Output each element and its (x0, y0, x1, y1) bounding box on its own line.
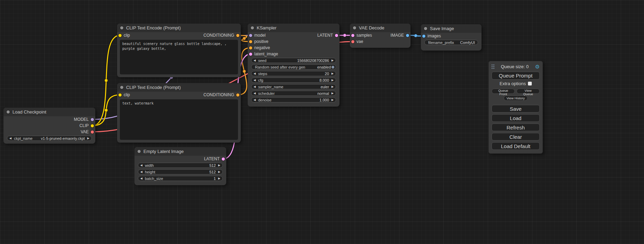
toggle-dot-icon[interactable] (332, 66, 334, 69)
widget-batch-size[interactable]: ◀ batch_size 1 ▶ (138, 176, 223, 181)
extra-options-label: Extra options (500, 81, 526, 86)
widget-width[interactable]: ◀ width 512 ▶ (138, 163, 223, 168)
view-queue-button[interactable]: View Queue (517, 89, 540, 94)
widget-random-seed-toggle[interactable]: Random seed after every gen enabled (251, 64, 336, 70)
drag-handle-icon[interactable] (492, 64, 494, 69)
queue-size-text: Queue size: (501, 64, 525, 69)
queue-panel: Queue size: 0 ⚙ Queue Prompt Extra optio… (488, 61, 543, 154)
widget-filename-prefix[interactable]: filename_prefix ComfyUI (424, 40, 478, 45)
node-clip-text-encode-negative[interactable]: CLIP Text Encode (Prompt) clip CONDITION… (117, 83, 241, 143)
collapse-dot-icon[interactable] (424, 27, 427, 30)
slot-row: latent_image (248, 51, 339, 57)
decrement-arrow-icon[interactable]: ◀ (254, 59, 256, 62)
decrement-arrow-icon[interactable]: ◀ (9, 137, 11, 140)
decrement-arrow-icon[interactable]: ◀ (254, 85, 256, 88)
widget-value: enabled (317, 65, 331, 69)
clear-button[interactable]: Clear (492, 133, 540, 141)
collapse-dot-icon[interactable] (7, 110, 10, 114)
clip-input-slot[interactable] (118, 34, 122, 37)
settings-gear-icon[interactable]: ⚙ (535, 64, 540, 69)
node-header[interactable]: VAE Decode (350, 24, 411, 32)
negative-prompt-textarea[interactable]: text, watermark (120, 99, 238, 140)
positive-prompt-textarea[interactable]: beautiful scenery nature glass bottle la… (120, 40, 238, 74)
increment-arrow-icon[interactable]: ▶ (218, 177, 220, 180)
node-header[interactable]: KSampler (248, 24, 339, 32)
queue-panel-header: Queue size: 0 ⚙ (492, 63, 540, 70)
decrement-arrow-icon[interactable]: ◀ (140, 164, 142, 167)
node-header[interactable]: Save Image (421, 24, 482, 33)
node-header[interactable]: CLIP Text Encode (Prompt) (117, 24, 241, 32)
node-empty-latent-image[interactable]: Empty Latent Image LATENT ◀ width 512 ▶ … (134, 147, 226, 185)
node-header[interactable]: Load Checkpoint (3, 108, 95, 116)
collapse-dot-icon[interactable] (138, 150, 141, 153)
widget-scheduler[interactable]: ◀ scheduler normal ▶ (251, 91, 336, 96)
increment-arrow-icon[interactable]: ▶ (332, 92, 334, 95)
widget-seed[interactable]: ◀ seed 156680208700286 ▶ (251, 58, 336, 63)
model-output-slot[interactable] (91, 118, 94, 121)
conditioning-output-label: CONDITIONING (203, 33, 234, 38)
decrement-arrow-icon[interactable]: ◀ (254, 79, 256, 82)
vae-input-slot[interactable] (351, 40, 354, 43)
positive-input-slot[interactable] (249, 40, 252, 43)
widget-ckpt-name[interactable]: ◀ ckpt_name v1-5-pruned-emaonly.ckpt ▶ (7, 136, 92, 141)
widget-value: 512 (209, 170, 215, 174)
widget-value: 512 (209, 163, 215, 168)
extra-options-checkbox[interactable] (528, 82, 532, 85)
clip-input-slot[interactable] (118, 93, 122, 97)
load-button[interactable]: Load (492, 114, 540, 122)
node-header[interactable]: CLIP Text Encode (Prompt) (117, 83, 241, 92)
view-history-button[interactable]: View History (504, 96, 528, 101)
vae-output-slot[interactable] (91, 130, 94, 134)
increment-arrow-icon[interactable]: ▶ (332, 79, 334, 82)
node-save-image[interactable]: Save Image images filename_prefix ComfyU… (421, 24, 482, 51)
increment-arrow-icon[interactable]: ▶ (218, 164, 220, 167)
widget-label: filename_prefix (428, 40, 454, 45)
clip-output-slot[interactable] (91, 124, 94, 127)
increment-arrow-icon[interactable]: ▶ (87, 137, 89, 140)
load-default-button[interactable]: Load Default (492, 142, 540, 150)
widget-height[interactable]: ◀ height 512 ▶ (138, 169, 223, 174)
collapse-dot-icon[interactable] (120, 86, 123, 89)
conditioning-output-slot[interactable] (236, 34, 239, 37)
widget-denoise[interactable]: ◀ denoise 1.000 ▶ (251, 97, 336, 102)
decrement-arrow-icon[interactable]: ◀ (140, 177, 142, 180)
latent-output-slot[interactable] (335, 34, 338, 37)
queue-prompt-button[interactable]: Queue Prompt (492, 72, 540, 80)
vae-input-label: vae (356, 39, 363, 44)
refresh-button[interactable]: Refresh (492, 124, 540, 131)
node-ksampler[interactable]: KSampler model LATENT positive negative … (248, 24, 339, 107)
queue-front-button[interactable]: Queue Front (492, 89, 515, 94)
latent-image-input-slot[interactable] (249, 53, 252, 56)
latent-output-slot[interactable] (222, 157, 225, 161)
decrement-arrow-icon[interactable]: ◀ (254, 72, 256, 75)
negative-input-slot[interactable] (249, 46, 252, 49)
node-header[interactable]: Empty Latent Image (134, 147, 226, 156)
decrement-arrow-icon[interactable]: ◀ (140, 171, 142, 173)
increment-arrow-icon[interactable]: ▶ (218, 171, 220, 173)
latent-image-input-label: latent_image (254, 52, 278, 56)
widget-sampler-name[interactable]: ◀ sampler_name euler ▶ (251, 84, 336, 89)
increment-arrow-icon[interactable]: ▶ (332, 99, 334, 101)
widget-label: cfg (258, 78, 263, 82)
increment-arrow-icon[interactable]: ▶ (332, 59, 334, 62)
collapse-dot-icon[interactable] (251, 26, 254, 29)
widget-cfg[interactable]: ◀ cfg 8.000 ▶ (251, 78, 336, 83)
conditioning-output-slot[interactable] (236, 93, 239, 97)
widget-label: ckpt_name (14, 136, 33, 141)
collapse-dot-icon[interactable] (120, 26, 123, 29)
widget-steps[interactable]: ◀ steps 20 ▶ (251, 71, 336, 76)
node-vae-decode[interactable]: VAE Decode samples IMAGE vae (350, 24, 411, 48)
decrement-arrow-icon[interactable]: ◀ (254, 92, 256, 95)
samples-input-slot[interactable] (351, 34, 354, 37)
node-load-checkpoint[interactable]: Load Checkpoint MODEL CLIP VAE ◀ ckpt_na… (3, 108, 95, 144)
collapse-dot-icon[interactable] (353, 26, 356, 29)
images-input-slot[interactable] (422, 35, 425, 38)
node-clip-text-encode-positive[interactable]: CLIP Text Encode (Prompt) clip CONDITION… (117, 24, 241, 77)
increment-arrow-icon[interactable]: ▶ (332, 72, 334, 75)
save-button[interactable]: Save (492, 105, 540, 112)
decrement-arrow-icon[interactable]: ◀ (254, 99, 256, 101)
increment-arrow-icon[interactable]: ▶ (332, 85, 334, 88)
model-input-slot[interactable] (249, 34, 252, 37)
image-output-slot[interactable] (406, 34, 409, 37)
slot-row: images (421, 33, 482, 39)
